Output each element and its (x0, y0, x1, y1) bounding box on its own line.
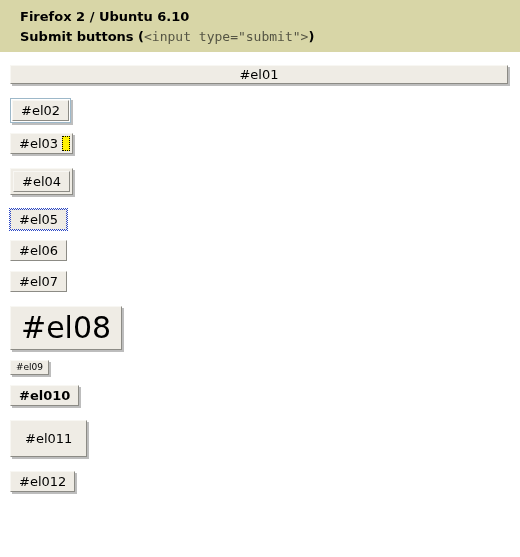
row-el012: #el012 (10, 471, 510, 492)
submit-button-el012[interactable]: #el012 (10, 471, 75, 492)
header-title-code: <input type="submit"> (144, 29, 308, 44)
header-browser-os: Firefox 2 / Ubuntu 6.10 (20, 7, 500, 27)
row-el010: #el010 (10, 385, 510, 406)
row-el04: #el04 (10, 168, 510, 195)
submit-button-el03-label: #el03 (19, 136, 58, 151)
submit-button-el02[interactable]: #el02 (12, 100, 69, 121)
row-el09: #el09 (10, 360, 510, 375)
row-el07: #el07 (10, 271, 510, 292)
submit-button-el01[interactable]: #el01 (10, 65, 508, 84)
submit-button-el05[interactable]: #el05 (10, 209, 67, 230)
row-el06: #el06 (10, 240, 510, 261)
submit-button-el02-hoverframe: #el02 (10, 98, 71, 123)
header-title: Submit buttons (<input type="submit">) (20, 27, 500, 47)
submit-button-el04-frame: #el04 (10, 168, 73, 195)
submit-button-el011[interactable]: #el011 (25, 432, 72, 445)
submit-button-el010[interactable]: #el010 (10, 385, 79, 406)
submit-button-el09[interactable]: #el09 (10, 360, 49, 375)
row-el08: #el08 (10, 306, 510, 350)
row-el02: #el02 (10, 98, 510, 123)
row-el05: #el05 (10, 209, 510, 230)
submit-button-el08[interactable]: #el08 (10, 306, 122, 350)
row-el03: #el03 (10, 133, 510, 154)
submit-button-el07[interactable]: #el07 (10, 271, 67, 292)
submit-button-el06[interactable]: #el06 (10, 240, 67, 261)
submit-button-el04[interactable]: #el04 (13, 171, 70, 192)
header-title-prefix: Submit buttons ( (20, 29, 144, 44)
submit-button-el011-frame: #el011 (10, 420, 87, 457)
submit-button-el03[interactable]: #el03 (10, 133, 73, 154)
row-el011: #el011 (10, 420, 510, 457)
row-el01: #el01 (10, 65, 510, 84)
text-cursor-icon (62, 136, 70, 151)
content-area: #el01 #el02 #el03 #el04 #el05 #el06 #el0… (0, 52, 520, 515)
page-header: Firefox 2 / Ubuntu 6.10 Submit buttons (… (0, 0, 520, 52)
header-title-suffix: ) (308, 29, 314, 44)
